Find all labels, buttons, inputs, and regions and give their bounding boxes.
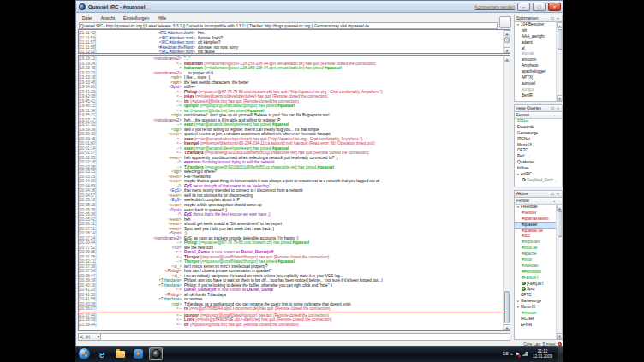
nicklist-item[interactable]: apachelogger <box>515 69 562 75</box>
dock-float-close-icons[interactable]: ❐ ✕ <box>551 192 560 196</box>
query-list-item[interactable]: OFTC <box>515 148 562 154</box>
scroll-down-icon[interactable]: ▼ <box>557 333 563 339</box>
monitor-scrollbar[interactable]: ▲ ▼ <box>503 30 510 53</box>
channel-item[interactable]: #occ <box>515 234 562 240</box>
nicklist-item[interactable]: adamt <box>515 40 562 46</box>
channel-item[interactable]: #httpd-dev <box>515 240 562 246</box>
dock-float-close-icons[interactable]: ❐ ✕ <box>551 16 560 21</box>
channel-item[interactable]: #spamassassin <box>515 217 562 223</box>
taskbar-clock[interactable]: 21:12 12.01.2009 <box>530 349 555 358</box>
taskbar-quassel[interactable] <box>149 347 163 360</box>
nicklist-item[interactable]: aurigus <box>515 87 562 93</box>
language-indicator[interactable]: DE <box>503 352 509 356</box>
nicklist-item[interactable]: altunak <box>515 51 562 57</box>
active-dock-header[interactable]: Aktive ❐ ✕ <box>514 190 563 198</box>
channel-item[interactable]: #linux.de <box>515 246 562 252</box>
message: mit fauste <box>198 50 503 53</box>
nicklist-item[interactable]: APTX| <box>515 75 562 81</box>
network-item[interactable]: IRCNet <box>515 317 562 323</box>
query-list-item[interactable]: ▾euIRC <box>515 172 562 178</box>
network-item[interactable]: ▾Freenode <box>515 205 562 211</box>
scroll-up-icon[interactable]: ▲ <box>504 30 510 36</box>
maximize-button[interactable]: ▢ <box>533 3 546 11</box>
close-button[interactable]: ✕ <box>548 3 561 11</box>
chat-text: ) has quit (Remote closed the connection… <box>226 99 299 104</box>
query-list-item[interactable]: Siegfried_Esch... <box>515 178 562 184</box>
channel-item[interactable]: #netfilter <box>515 211 562 217</box>
send-feedback-link[interactable]: Kommentare senden <box>475 4 515 9</box>
nicklist-item[interactable]: amiconn <box>515 57 562 63</box>
scroll-up-icon[interactable]: ▲ <box>557 205 563 211</box>
nicklist-item[interactable]: al_ <box>515 46 562 52</box>
channel-item[interactable]: ##windows <box>515 270 562 276</box>
nicklist-item[interactable]: aumuell <box>515 81 562 87</box>
topic-input[interactable] <box>79 22 498 29</box>
ie-icon: e <box>99 349 104 359</box>
query-list-item[interactable]: Quakenet <box>515 160 562 166</box>
active-scrollbar[interactable]: ▲ ▼ <box>556 205 562 339</box>
scrollbar-thumb[interactable] <box>504 291 510 323</box>
taskbar-media-player[interactable] <box>131 347 145 360</box>
minimize-button[interactable]: – <box>517 3 530 11</box>
menu-datei[interactable]: Datei <box>79 15 96 21</box>
scrollbar-thumb[interactable] <box>504 37 510 43</box>
menu-ansicht[interactable]: Ansicht <box>98 15 118 21</box>
menu-einstellungen[interactable]: Einstellungen <box>120 15 152 21</box>
show-desktop-button[interactable] <box>558 346 563 362</box>
network-icon[interactable] <box>522 352 528 356</box>
channel-item[interactable]: #linux <box>515 258 562 264</box>
item-label: Mono-IX <box>517 143 532 147</box>
scrollbar-thumb[interactable] <box>558 211 563 237</box>
menu-hilfe[interactable]: Hilfe <box>154 15 170 21</box>
action-center-flag-icon[interactable]: ⚑ <box>516 352 520 357</box>
query-list-item[interactable]: bitlbee <box>515 166 562 172</box>
queries-dock-header[interactable]: neue Queries ❐ ✕ <box>514 104 563 112</box>
channel-item[interactable]: #apache <box>515 252 562 258</box>
network-item[interactable]: ▸Gamesurge <box>515 299 562 305</box>
scroll-down-icon[interactable]: ▼ <box>504 324 510 330</box>
show-hidden-icons-chevron[interactable]: ▴ <box>511 352 513 356</box>
query-list-item[interactable]: Mono-IX <box>515 143 562 149</box>
nicklist-scrollbar[interactable]: ▲ ▼ <box>556 22 562 101</box>
nicklist-root[interactable]: ▾104 Benutzer <box>515 22 562 28</box>
active-column-header[interactable]: Fenster <box>515 198 562 205</box>
dock-float-close-icons[interactable]: ❐ ✕ <box>551 106 560 110</box>
message-input[interactable] <box>101 333 510 341</box>
query-list-item[interactable]: Gamesurge <box>515 131 562 137</box>
queries-column-header[interactable]: Fenster <box>515 112 562 119</box>
chat-text: i=quassel@lixlia.lns <box>191 109 225 113</box>
channel-item[interactable]: #quassel <box>515 223 562 228</box>
query-list-item[interactable]: IRCNet <box>515 137 562 143</box>
scrollbar-thumb[interactable] <box>558 29 563 50</box>
query-list-item[interactable]: Perl <box>515 154 562 160</box>
query-list-item[interactable]: Freenode <box>515 125 562 131</box>
scroll-up-icon[interactable]: ▲ <box>557 22 563 28</box>
nicklist-item[interactable]: !sh <box>515 28 562 34</box>
scroll-down-icon[interactable]: ▼ <box>557 95 563 101</box>
channel-item[interactable]: #FaMJRT <box>515 276 562 282</box>
network-item[interactable]: OFTC <box>515 293 562 299</box>
channel-item[interactable]: #videolan <box>515 264 562 270</box>
query-list-item[interactable]: EFNet <box>515 119 562 125</box>
chat-text: ) has quit (Read error: 60 (Operation ti… <box>291 141 375 145</box>
nick-selector[interactable]: al_ (x) <box>78 333 101 341</box>
channel-item[interactable]: #monoix <box>515 311 562 317</box>
start-button[interactable] <box>78 347 91 360</box>
scroll-up-icon[interactable]: ▲ <box>504 56 510 62</box>
nicklist-item[interactable]: AAA_awright <box>515 34 562 40</box>
scroll-down-icon[interactable]: ▼ <box>504 47 510 53</box>
title-bar[interactable]: Quassel IRC - #quassel Kommentare senden… <box>76 1 563 13</box>
network-item[interactable]: EFNet <box>515 323 562 329</box>
query-item[interactable]: Sput <box>515 287 562 293</box>
topic-edit-button[interactable] <box>499 16 511 28</box>
taskbar-internet-explorer[interactable]: e <box>95 347 109 360</box>
taskbar-explorer[interactable] <box>113 347 127 360</box>
nicklist-dock-header[interactable]: Spitznamen ❐ ✕ <box>514 15 563 22</box>
item-label: Gamesurge <box>521 299 541 303</box>
query-item[interactable]: [FaM]JRT <box>515 282 562 288</box>
network-item[interactable]: ▾Mono-IX <box>515 305 562 311</box>
chat-scrollbar[interactable]: ▲ ▼ <box>503 56 510 330</box>
nicklist-item[interactable]: Ampheus <box>515 63 562 69</box>
channel-item[interactable]: #quassel.de <box>515 228 562 234</box>
nicklist-item[interactable]: BertlR <box>515 93 562 99</box>
